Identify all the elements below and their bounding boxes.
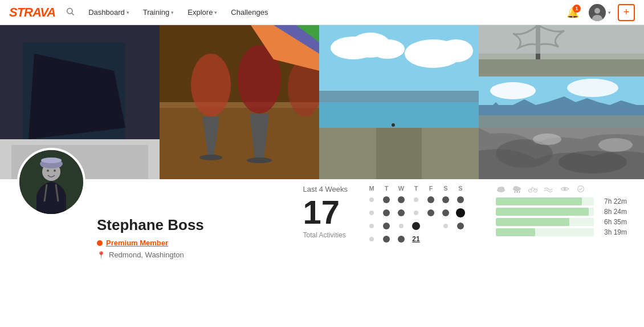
search-icon[interactable] [66, 7, 75, 18]
cal-cell [409, 207, 423, 219]
cal-dot [398, 209, 405, 216]
cal-dot [369, 224, 374, 228]
location-row: 📍 Redmond, Washington [97, 251, 204, 259]
cal-dot [369, 197, 374, 202]
cal-cell [439, 207, 453, 219]
photo-skyline[interactable] [479, 76, 644, 128]
nav-challenges[interactable]: Challenges [224, 0, 275, 25]
location-text: Redmond, Washington [109, 251, 184, 259]
user-avatar-button[interactable]: ▾ [589, 4, 611, 21]
svg-rect-38 [479, 115, 644, 128]
svg-point-21 [370, 39, 405, 59]
profile-info: Stephane Boss Premium Member 📍 Redmond, … [97, 179, 204, 259]
svg-point-36 [490, 82, 536, 99]
cal-header-T: T [380, 185, 393, 192]
cal-dot [399, 224, 403, 228]
cal-dot [457, 223, 464, 229]
avatar [589, 4, 606, 21]
photo-beach[interactable] [319, 25, 479, 179]
wave-icon [544, 185, 554, 193]
period-label: Last 4 Weeks [303, 185, 348, 193]
last4weeks-stats: Last 4 Weeks 17 Total Activities [303, 185, 348, 239]
svg-point-61 [564, 188, 566, 191]
photo-strip [0, 25, 644, 179]
nav-training[interactable]: Training ▾ [136, 0, 181, 25]
navbar-right: 🔔 1 ▾ + [564, 3, 635, 22]
weather-bar-bg [496, 218, 594, 226]
svg-point-37 [567, 79, 618, 97]
cal-number-21[interactable]: 21 [412, 235, 419, 243]
cal-cell [454, 233, 467, 245]
bike-icon [528, 185, 538, 193]
photo-wine-glasses[interactable] [160, 25, 319, 179]
weather-bar-fill [496, 228, 535, 236]
cal-cell: 21 [409, 233, 423, 245]
photo-right-column [479, 25, 644, 179]
cal-dot [442, 235, 450, 243]
cal-cell [454, 220, 467, 232]
cal-dot [427, 209, 434, 216]
cal-cell [424, 220, 438, 232]
add-activity-button[interactable]: + [618, 4, 635, 21]
cal-header-S2: S [454, 185, 467, 192]
calendar-row-2 [365, 207, 479, 219]
photo-rocks[interactable] [479, 128, 644, 179]
profile-avatar[interactable] [17, 148, 85, 216]
weather-time-3: 6h 35m [598, 218, 627, 226]
nav-dashboard[interactable]: Dashboard ▾ [81, 0, 136, 25]
cal-dot [414, 211, 418, 215]
svg-point-13 [191, 54, 231, 116]
svg-line-56 [515, 191, 515, 193]
notification-button[interactable]: 🔔 1 [564, 3, 582, 22]
profile-badges: Premium Member 📍 Redmond, Washington [97, 239, 204, 259]
weather-time-1: 7h 22m [598, 197, 627, 205]
cal-dot [427, 222, 435, 230]
eye-icon [560, 185, 570, 193]
photo-trees[interactable] [479, 25, 644, 76]
calendar-header: M T W T F S S [365, 185, 479, 192]
svg-rect-11 [160, 105, 319, 179]
cal-header-S: S [439, 185, 453, 192]
nav-explore[interactable]: Explore ▾ [181, 0, 224, 25]
calendar-row-4: 21 [365, 233, 479, 245]
cal-cell [380, 194, 393, 205]
cal-cell [365, 207, 378, 219]
svg-line-1 [72, 13, 74, 15]
cal-header-F: F [424, 185, 438, 192]
svg-line-58 [519, 191, 520, 193]
cal-dot [383, 209, 390, 216]
cal-header-W: W [394, 185, 408, 192]
logo[interactable]: STRAVA [9, 5, 55, 20]
weather-icons-row [496, 185, 627, 193]
svg-point-50 [41, 158, 62, 163]
cal-dot [457, 196, 464, 203]
cal-dot [456, 235, 464, 243]
cal-dot [442, 209, 449, 216]
cal-cell [409, 220, 423, 232]
svg-point-53 [500, 187, 504, 191]
cal-cell [365, 220, 378, 232]
weather-bar-bg [496, 197, 594, 205]
premium-label[interactable]: Premium Member [106, 239, 168, 247]
cal-cell [454, 194, 467, 205]
weather-row-4: 3h 19m [496, 228, 627, 236]
cal-cell [394, 207, 408, 219]
cal-cell [380, 233, 393, 245]
photo-cycling[interactable] [0, 25, 160, 179]
cal-dot [442, 196, 449, 203]
cal-cell [409, 194, 423, 205]
cal-header-M: M [365, 185, 378, 192]
weather-row-2: 8h 24m [496, 208, 627, 216]
svg-line-57 [517, 191, 517, 193]
premium-dot [97, 240, 103, 246]
svg-point-43 [598, 138, 633, 152]
svg-point-0 [67, 8, 72, 13]
profile-name: Stephane Boss [97, 216, 204, 234]
svg-point-3 [594, 8, 600, 14]
cal-dot [427, 196, 434, 203]
chevron-down-icon: ▾ [127, 10, 129, 15]
cal-dot [398, 236, 405, 243]
cal-dot [414, 197, 418, 202]
cal-cell [365, 233, 378, 245]
cal-dot [443, 224, 448, 228]
